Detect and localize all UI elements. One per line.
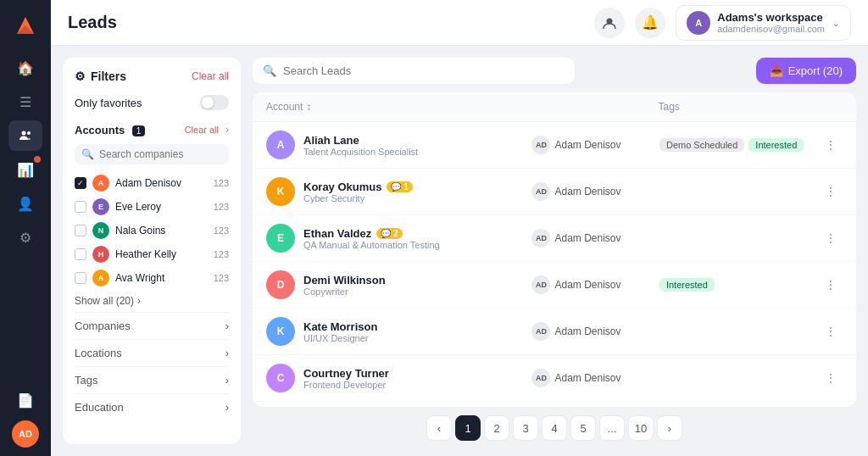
svg-point-3 (27, 131, 31, 135)
filter-title: ⚙ Filters (75, 70, 126, 83)
assignee-chip: AD Adam Denisov (531, 322, 659, 341)
account-filter-item[interactable]: A Adam Denisov 123 (75, 171, 229, 195)
account-filter-item[interactable]: A Ava Wright 123 (75, 266, 229, 290)
app-logo[interactable] (8, 8, 42, 42)
page-button-5[interactable]: 5 (570, 415, 596, 441)
workspace-avatar: A (687, 11, 710, 35)
user-icon-btn[interactable] (594, 8, 625, 38)
assignee-chip: AD Adam Denisov (531, 136, 659, 154)
page-button-2[interactable]: 2 (484, 415, 509, 441)
filter-section-education[interactable]: Education› (75, 393, 229, 420)
row-more-button[interactable]: ⋮ (819, 366, 843, 390)
lead-info: K Koray Okumus 💬 1 Cyber Security (266, 177, 531, 206)
page-button-...[interactable]: ... (599, 415, 625, 441)
account-checkbox[interactable] (75, 248, 86, 260)
filter-section-companies[interactable]: Companies› (75, 312, 229, 339)
table-row[interactable]: C Courtney Turner Frontend Developer AD … (253, 355, 856, 402)
row-more-button[interactable]: ⋮ (819, 273, 843, 297)
accounts-expand-icon[interactable]: › (225, 124, 229, 136)
account-avatar: A (92, 270, 109, 286)
sidebar-item-docs[interactable]: 📄 (8, 385, 42, 415)
search-leads-box[interactable]: 🔍 (253, 58, 575, 84)
assignee-avatar: AD (531, 275, 550, 294)
sort-icon[interactable]: ↕ (306, 101, 311, 113)
page-button-3[interactable]: 3 (513, 415, 538, 441)
account-checkbox[interactable] (75, 177, 86, 189)
search-leads-input[interactable] (283, 64, 565, 77)
chevron-right-icon: › (225, 347, 229, 359)
workspace-info: Adams's workspace adamdenisov@gmail.com (717, 11, 825, 34)
table-row[interactable]: D Demi Wilkinson Copywriter AD Adam Deni… (253, 262, 856, 309)
table-row[interactable]: A Aliah Lane Talent Acquisition Speciali… (253, 122, 856, 169)
leads-rows: A Aliah Lane Talent Acquisition Speciali… (253, 122, 856, 407)
row-more-button[interactable]: ⋮ (819, 226, 843, 250)
sidebar-item-list[interactable]: ☰ (8, 86, 42, 117)
company-search-box[interactable]: 🔍 (75, 144, 229, 164)
account-avatar: H (92, 246, 109, 263)
export-button[interactable]: 📥 Export (20) (756, 58, 856, 84)
only-favorites-toggle[interactable] (200, 95, 229, 110)
notification-badge (34, 156, 41, 163)
table-row[interactable]: E Ethan Valdez 💬 2 QA Manual & Automatio… (253, 215, 856, 262)
account-filter-item[interactable]: E Eve Leroy 123 (75, 195, 229, 219)
page-title: Leads (68, 13, 117, 32)
chevron-right-icon: › (225, 401, 229, 414)
lead-role: Talent Acquisition Specialist (303, 147, 418, 157)
table-row[interactable]: K Kate Morrison UI/UX Designer AD Adam D… (253, 309, 856, 355)
account-count: 123 (214, 273, 229, 283)
lead-info: K Kate Morrison UI/UX Designer (266, 317, 531, 346)
lead-avatar: C (266, 364, 295, 392)
pagination-prev[interactable]: ‹ (426, 415, 452, 441)
account-checkbox[interactable] (75, 225, 86, 236)
row-more-button[interactable]: ⋮ (819, 133, 843, 157)
account-filter-item[interactable]: N Nala Goins 123 (75, 219, 229, 242)
show-all-button[interactable]: Show all (20) › (75, 290, 229, 312)
sidebar-item-settings[interactable]: ⚙ (8, 222, 42, 253)
filter-section-locations[interactable]: Locations› (75, 339, 229, 366)
company-search-input[interactable] (99, 148, 226, 160)
sidebar-item-chart[interactable]: 📊 (8, 154, 42, 185)
workspace-switcher[interactable]: A Adams's workspace adamdenisov@gmail.co… (676, 5, 851, 41)
workspace-email: adamdenisov@gmail.com (717, 24, 825, 34)
account-filter-item[interactable]: H Heather Kelly 123 (75, 242, 229, 266)
filter-icon: ⚙ (75, 70, 86, 83)
account-name: Ava Wright (115, 272, 164, 284)
user-avatar[interactable]: AD (12, 420, 39, 448)
table-row[interactable]: K Koray Okumus 💬 1 Cyber Security AD Ada… (253, 169, 856, 215)
lead-info: C Courtney Turner Frontend Developer (266, 364, 531, 392)
account-checkbox[interactable] (75, 272, 86, 284)
page-button-10[interactable]: 10 (628, 415, 654, 441)
assignee-chip: AD Adam Denisov (531, 369, 659, 387)
notification-btn[interactable]: 🔔 (635, 8, 665, 38)
sidebar-item-contacts[interactable]: 👤 (8, 188, 42, 219)
account-name: Eve Leroy (115, 201, 161, 213)
filter-section-tags[interactable]: Tags› (75, 366, 229, 393)
pagination-next[interactable]: › (657, 415, 682, 441)
lead-info: D Demi Wilkinson Copywriter (266, 270, 531, 299)
accounts-section-header: Accounts 1 Clear all › (75, 122, 229, 137)
leads-table: Account ↕ Tags A Aliah Lane Talent Acqui… (253, 92, 856, 407)
lead-name: Courtney Turner (303, 367, 389, 380)
sidebar-item-home[interactable]: 🏠 (8, 53, 42, 83)
leads-area: 🔍 📥 Export (20) Account ↕ Tags (253, 58, 856, 444)
clear-all-filters-button[interactable]: Clear all (192, 70, 229, 82)
accounts-clear-button[interactable]: Clear all (185, 125, 219, 135)
account-avatar: E (92, 198, 109, 215)
only-favorites-label: Only favorites (75, 97, 142, 109)
workspace-name: Adams's workspace (717, 11, 825, 24)
row-more-button[interactable]: ⋮ (819, 320, 843, 343)
filter-sections: Companies›Locations›Tags›Education› (75, 312, 229, 420)
page-button-1[interactable]: 1 (455, 415, 481, 441)
assignee-name: Adam Denisov (554, 186, 620, 197)
tag-badge: Interested (659, 278, 715, 292)
row-more-button[interactable]: ⋮ (819, 180, 843, 203)
page-button-4[interactable]: 4 (542, 415, 567, 441)
chevron-down-icon: ⌄ (832, 17, 840, 29)
search-leads-icon: 🔍 (263, 64, 276, 77)
account-checkbox[interactable] (75, 201, 86, 213)
sidebar-item-leads[interactable] (8, 120, 42, 151)
svg-point-2 (22, 131, 26, 136)
assignee-avatar: AD (531, 229, 550, 247)
assignee-name: Adam Denisov (554, 279, 620, 291)
sidebar: 🏠 ☰ 📊 👤 ⚙ 📄 AD (0, 0, 51, 456)
